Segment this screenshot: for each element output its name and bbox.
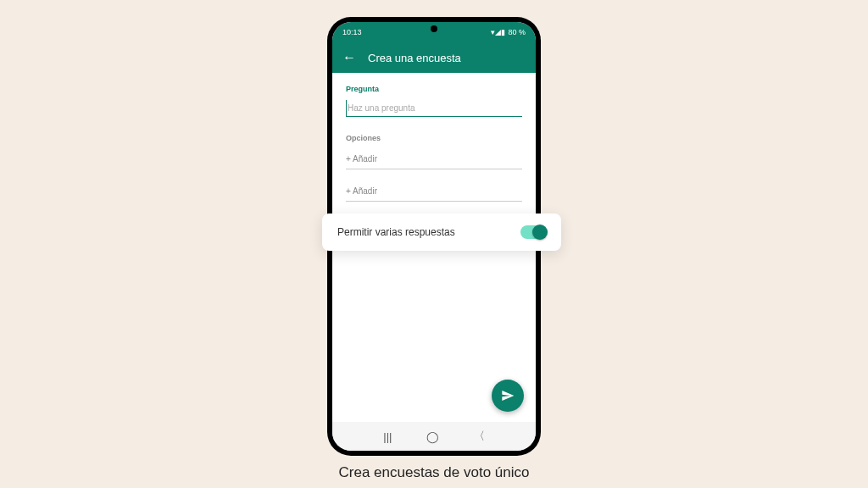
option-input-2[interactable]: + Añadir <box>346 181 522 202</box>
back-arrow-icon[interactable]: ← <box>342 51 356 64</box>
toggle-knob <box>532 225 548 240</box>
page-title: Crea una encuesta <box>368 52 461 64</box>
option-input-1[interactable]: + Añadir <box>346 149 522 169</box>
allow-multiple-card: Permitir varias respuestas <box>322 214 561 251</box>
nav-back-icon[interactable]: 〈 <box>474 429 485 444</box>
nav-home-icon[interactable]: ◯ <box>426 430 439 443</box>
question-label: Pregunta <box>346 85 522 93</box>
caption: Crea encuestas de voto único <box>339 464 530 481</box>
allow-multiple-toggle[interactable] <box>520 225 546 239</box>
status-right: ▾◢▮ 80 % <box>491 28 526 36</box>
nav-bar: ||| ◯ 〈 <box>332 422 536 451</box>
camera-notch <box>431 25 437 32</box>
options-label: Opciones <box>346 134 522 142</box>
question-input[interactable] <box>346 100 522 117</box>
wifi-signal-icon: ▾◢▮ <box>491 28 505 36</box>
toggle-label: Permitir varias respuestas <box>337 226 455 238</box>
status-time: 10:13 <box>342 28 362 36</box>
nav-recent-icon[interactable]: ||| <box>383 430 392 443</box>
send-icon <box>501 389 515 402</box>
battery-text: 80 % <box>508 28 526 36</box>
send-button[interactable] <box>492 380 524 412</box>
app-header: ← Crea una encuesta <box>332 42 536 73</box>
